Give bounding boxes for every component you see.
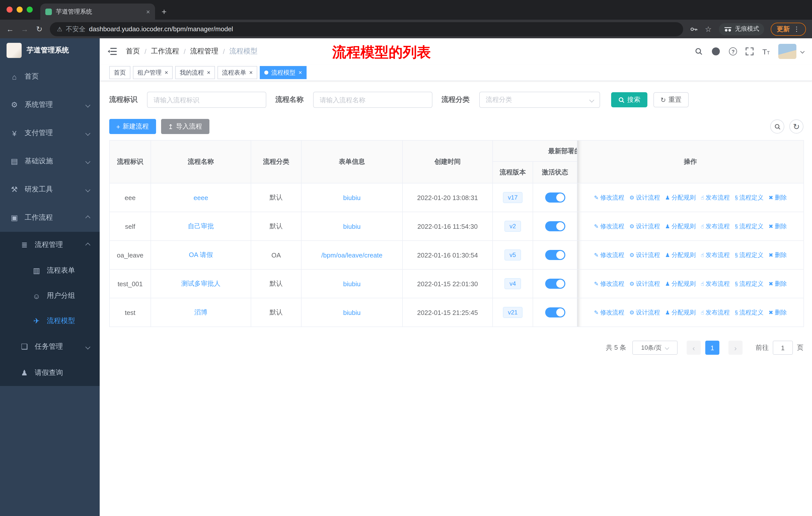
browser-update-button[interactable]: 更新 ⋮ [771, 22, 806, 35]
tag-process-form[interactable]: 流程表单 × [218, 66, 257, 79]
form-link[interactable]: biubiu [343, 194, 360, 201]
category-select[interactable]: 流程分类 [479, 92, 600, 108]
modify-process-action[interactable]: ✎修改流程 [594, 251, 624, 259]
browser-tab[interactable]: 芋道管理系统 × [40, 3, 155, 20]
refresh-table-button[interactable]: ↻ [789, 119, 804, 134]
user-avatar[interactable] [778, 44, 796, 59]
publish-process-action[interactable]: ☝发布流程 [701, 251, 730, 259]
close-icon[interactable]: × [165, 69, 168, 76]
tab-close-icon[interactable]: × [146, 8, 150, 16]
version-tag[interactable]: v21 [503, 307, 523, 318]
active-toggle[interactable] [545, 279, 565, 289]
toggle-search-button[interactable] [770, 119, 784, 134]
sidebar-item-user-group[interactable]: ☺ 用户分组 [0, 283, 100, 308]
process-definition-action[interactable]: §流程定义 [735, 308, 763, 317]
sidebar-item-devtools[interactable]: ⚒ 研发工具 [0, 175, 100, 203]
delete-action[interactable]: ✖删除 [769, 193, 787, 202]
process-definition-action[interactable]: §流程定义 [735, 222, 763, 230]
form-link[interactable]: /bpm/oa/leave/create [321, 251, 383, 259]
forward-button[interactable]: → [21, 25, 29, 33]
design-process-action[interactable]: ⚙设计流程 [629, 193, 660, 202]
version-tag[interactable]: v4 [504, 278, 521, 289]
close-icon[interactable]: × [207, 69, 210, 76]
assign-rule-action[interactable]: ♟分配规则 [665, 279, 696, 288]
modify-process-action[interactable]: ✎修改流程 [594, 193, 624, 202]
new-tab-button[interactable]: + [157, 4, 171, 20]
import-process-button[interactable]: ↥ 导入流程 [161, 119, 209, 134]
current-page[interactable]: 1 [705, 341, 719, 355]
reload-button[interactable]: ↻ [35, 24, 43, 33]
goto-page-input[interactable] [773, 341, 793, 355]
active-toggle[interactable] [545, 250, 565, 260]
security-label[interactable]: 不安全 [66, 24, 86, 33]
tag-home[interactable]: 首页 [109, 66, 130, 79]
sidebar-item-workflow[interactable]: ▣ 工作流程 [0, 203, 100, 232]
publish-process-action[interactable]: ☝发布流程 [701, 222, 730, 230]
font-size-icon[interactable]: T T [762, 48, 770, 55]
github-icon[interactable] [712, 47, 721, 56]
sidebar-item-system[interactable]: ⚙ 系统管理 [0, 91, 100, 119]
sidebar-item-infrastructure[interactable]: ▤ 基础设施 [0, 147, 100, 175]
delete-action[interactable]: ✖删除 [769, 251, 787, 259]
design-process-action[interactable]: ⚙设计流程 [629, 279, 660, 288]
assign-rule-action[interactable]: ♟分配规则 [665, 222, 696, 230]
design-process-action[interactable]: ⚙设计流程 [629, 308, 660, 317]
process-name-link[interactable]: 自己审批 [188, 222, 214, 230]
help-icon[interactable]: ? [729, 47, 737, 55]
active-toggle[interactable] [545, 221, 565, 231]
sidebar-item-leave-query[interactable]: ♟ 请假查询 [0, 360, 100, 386]
page-size-select[interactable]: 10条/页 [632, 341, 677, 355]
breadcrumb-item[interactable]: 工作流程 [151, 47, 179, 56]
design-process-action[interactable]: ⚙设计流程 [629, 222, 660, 230]
modify-process-action[interactable]: ✎修改流程 [594, 222, 624, 230]
delete-action[interactable]: ✖删除 [769, 279, 787, 288]
process-name-link[interactable]: OA 请假 [189, 251, 213, 259]
search-icon[interactable] [695, 47, 703, 55]
create-process-button[interactable]: + 新建流程 [109, 119, 156, 134]
url-text[interactable]: dashboard.yudao.iocoder.cn/bpm/manager/m… [89, 25, 233, 33]
reset-button[interactable]: ↻ 重置 [654, 92, 689, 107]
sidebar-item-process-model[interactable]: ✈ 流程模型 [0, 308, 100, 333]
process-name-link[interactable]: 测试多审批人 [181, 280, 221, 287]
sidebar-item-process-form[interactable]: ▥ 流程表单 [0, 258, 100, 283]
address-bar[interactable]: ⚠ 不安全 dashboard.yudao.iocoder.cn/bpm/man… [50, 22, 683, 36]
fullscreen-icon[interactable] [746, 47, 754, 55]
publish-process-action[interactable]: ☝发布流程 [701, 308, 730, 317]
delete-action[interactable]: ✖删除 [769, 222, 787, 230]
active-toggle[interactable] [545, 307, 565, 318]
key-icon[interactable] [690, 25, 698, 33]
sidebar-item-task-management[interactable]: ❏ 任务管理 [0, 333, 100, 360]
next-page-button[interactable]: › [728, 341, 743, 355]
tag-process-model[interactable]: 流程模型 × [260, 66, 307, 79]
breadcrumb-item[interactable]: 流程管理 [190, 47, 219, 56]
assign-rule-action[interactable]: ♟分配规则 [665, 251, 696, 259]
publish-process-action[interactable]: ☝发布流程 [701, 279, 730, 288]
sidebar-item-process-management[interactable]: ≣ 流程管理 [0, 232, 100, 258]
modify-process-action[interactable]: ✎修改流程 [594, 279, 624, 288]
form-link[interactable]: biubiu [343, 280, 360, 288]
delete-action[interactable]: ✖删除 [769, 308, 787, 317]
window-minimize-button[interactable] [17, 6, 23, 12]
tag-tenant[interactable]: 租户管理 × [133, 66, 173, 79]
publish-process-action[interactable]: ☝发布流程 [701, 193, 730, 202]
form-link[interactable]: biubiu [343, 222, 360, 230]
assign-rule-action[interactable]: ♟分配规则 [665, 193, 696, 202]
window-close-button[interactable] [6, 6, 12, 12]
process-name-input[interactable] [313, 92, 432, 108]
hamburger-menu-icon[interactable] [108, 48, 117, 55]
design-process-action[interactable]: ⚙设计流程 [629, 251, 660, 259]
version-tag[interactable]: v2 [504, 221, 521, 232]
prev-page-button[interactable]: ‹ [687, 341, 701, 355]
sidebar-item-home[interactable]: ⌂ 首页 [0, 62, 100, 91]
sidebar-item-payment[interactable]: ¥ 支付管理 [0, 119, 100, 147]
back-button[interactable]: ← [6, 25, 14, 33]
version-tag[interactable]: v5 [504, 249, 521, 261]
breadcrumb-item[interactable]: 首页 [126, 47, 140, 56]
active-toggle[interactable] [545, 192, 565, 202]
assign-rule-action[interactable]: ♟分配规则 [665, 308, 696, 317]
bookmark-star-icon[interactable]: ☆ [704, 24, 712, 33]
close-icon[interactable]: × [249, 69, 253, 76]
process-definition-action[interactable]: §流程定义 [735, 279, 763, 288]
process-definition-action[interactable]: §流程定义 [735, 193, 763, 202]
process-name-link[interactable]: eeee [194, 194, 208, 201]
